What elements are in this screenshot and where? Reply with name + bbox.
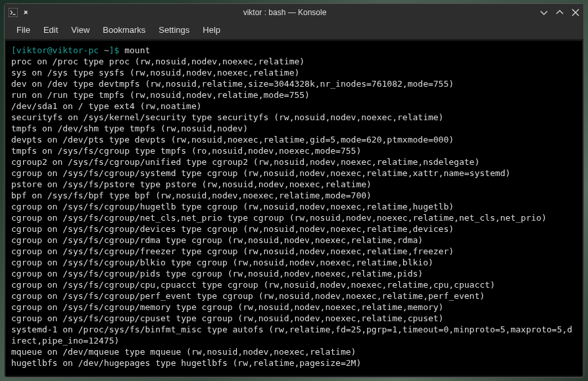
output-line: cgroup on /sys/fs/cgroup/hugetlb type cg… — [11, 201, 577, 212]
minimize-button[interactable] — [540, 9, 548, 16]
menu-edit[interactable]: Edit — [37, 22, 64, 37]
prompt-line: [viktor@viktor-pc ~]$ mount — [11, 45, 577, 56]
output-line: cgroup on /sys/fs/cgroup/cpu,cpuacct typ… — [11, 279, 577, 290]
menubar: File Edit View Bookmarks Settings Help — [5, 21, 583, 39]
close-button[interactable] — [572, 9, 579, 16]
output-line: securityfs on /sys/kernel/security type … — [11, 112, 577, 123]
menu-bookmarks[interactable]: Bookmarks — [96, 22, 152, 37]
menu-file[interactable]: File — [10, 22, 37, 37]
output-line: dev on /dev type devtmpfs (rw,nosuid,rel… — [11, 78, 577, 89]
prompt-symbol: $ — [114, 45, 125, 55]
svg-rect-0 — [9, 8, 18, 17]
output-line: cgroup on /sys/fs/cgroup/cpuset type cgr… — [11, 313, 577, 324]
output-line: cgroup2 on /sys/fs/cgroup/unified type c… — [11, 156, 577, 168]
prompt-userhost: viktor@viktor-pc — [16, 45, 99, 55]
prompt-close-bracket: ] — [109, 45, 114, 55]
output-line: cgroup on /sys/fs/cgroup/devices type cg… — [11, 223, 577, 235]
output-line: tmpfs on /sys/fs/cgroup type tmpfs (ro,n… — [11, 145, 577, 156]
output-line: cgroup on /sys/fs/cgroup/net_cls,net_pri… — [11, 212, 577, 223]
output-line: cgroup on /sys/fs/cgroup/pids type cgrou… — [11, 268, 577, 279]
output-line: sys on /sys type sysfs (rw,nosuid,nodev,… — [11, 67, 577, 78]
terminal-area[interactable]: [viktor@viktor-pc ~]$ mountproc on /proc… — [6, 41, 582, 376]
menu-view[interactable]: View — [64, 22, 96, 37]
window-controls — [540, 9, 579, 16]
output-line: devpts on /dev/pts type devpts (rw,nosui… — [11, 134, 577, 145]
terminal-icon — [9, 8, 18, 17]
output-line: cgroup on /sys/fs/cgroup/memory type cgr… — [11, 302, 577, 313]
output-line: cgroup on /sys/fs/cgroup/blkio type cgro… — [11, 257, 577, 268]
output-line: systemd-1 on /proc/sys/fs/binfmt_misc ty… — [11, 324, 577, 346]
prompt-open-bracket: [ — [11, 45, 16, 55]
output-line: proc on /proc type proc (rw,nosuid,nodev… — [11, 56, 577, 67]
konsole-window: viktor : bash — Konsole File Edit View B… — [4, 3, 584, 378]
titlebar[interactable]: viktor : bash — Konsole — [5, 4, 583, 21]
output-line: cgroup on /sys/fs/cgroup/freezer type cg… — [11, 246, 577, 257]
output-line: pstore on /sys/fs/pstore type pstore (rw… — [11, 179, 577, 190]
output-line: run on /run type tmpfs (rw,nosuid,nodev,… — [11, 89, 577, 101]
menu-settings[interactable]: Settings — [152, 22, 196, 37]
titlebar-left-icons — [9, 8, 30, 17]
output-line: bpf on /sys/fs/bpf type bpf (rw,nosuid,n… — [11, 190, 577, 201]
command-text: mount — [124, 45, 150, 55]
output-line: cgroup on /sys/fs/cgroup/rdma type cgrou… — [11, 235, 577, 246]
output-line: cgroup on /sys/fs/cgroup/systemd type cg… — [11, 168, 577, 179]
output-line: mqueue on /dev/mqueue type mqueue (rw,no… — [11, 346, 577, 357]
output-line: /dev/sda1 on / type ext4 (rw,noatime) — [11, 101, 577, 112]
window-title: viktor : bash — Konsole — [30, 8, 540, 17]
output-line: cgroup on /sys/fs/cgroup/perf_event type… — [11, 290, 577, 302]
pin-icon[interactable] — [22, 9, 30, 16]
output-line: hugetlbfs on /dev/hugepages type hugetlb… — [11, 357, 577, 369]
output-line: tmpfs on /dev/shm type tmpfs (rw,nosuid,… — [11, 123, 577, 134]
maximize-button[interactable] — [556, 9, 564, 16]
menu-help[interactable]: Help — [196, 22, 227, 37]
prompt-cwd: ~ — [99, 45, 109, 55]
